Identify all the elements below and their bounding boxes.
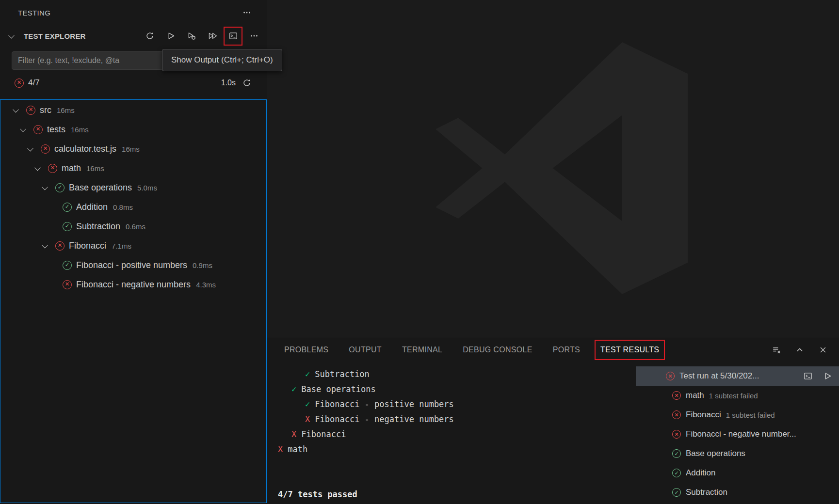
test-name: Fibonacci - positive numbers	[76, 260, 187, 270]
test-tree: src 16ms tests 16ms calculator.test.js 1…	[0, 99, 267, 503]
test-pass-icon	[672, 488, 681, 497]
run-tests-icon[interactable]	[166, 32, 175, 41]
chevron-down-icon[interactable]	[18, 125, 27, 134]
test-duration: 16ms	[86, 164, 104, 173]
test-pass-icon	[672, 469, 681, 477]
tree-item-base-operations[interactable]: Base operations 5.0ms	[0, 178, 266, 197]
result-label: Test run at 5/30/202...	[679, 371, 759, 381]
test-duration: 0.8ms	[113, 203, 133, 211]
test-name: math	[62, 163, 81, 173]
show-output-tooltip: Show Output (Ctrl+; Ctrl+O)	[162, 49, 282, 71]
twisty-placeholder	[48, 222, 56, 231]
tree-item-fibonacci-positive[interactable]: Fibonacci - positive numbers 0.9ms	[0, 255, 266, 275]
test-explorer-section-header[interactable]: TEST EXPLORER	[0, 25, 267, 47]
test-duration: 16ms	[71, 126, 89, 134]
more-actions-icon[interactable]	[242, 7, 252, 18]
result-label: Subtraction	[686, 488, 727, 497]
result-detail: 1 subtest failed	[709, 392, 758, 400]
rerun-icon[interactable]	[242, 78, 252, 88]
tree-item-addition[interactable]: Addition 0.8ms	[0, 197, 266, 217]
fail-mark: X	[291, 427, 296, 442]
result-row-math[interactable]: math 1 subtest failed	[636, 386, 839, 405]
twisty-placeholder	[48, 280, 56, 289]
result-row-fibonacci[interactable]: Fibonacci 1 subtest failed	[636, 405, 839, 425]
tree-item-fibonacci[interactable]: Fibonacci 7.1ms	[0, 236, 266, 255]
test-name: Fibonacci - negative numbers	[76, 280, 191, 290]
tree-item-fibonacci-negative[interactable]: Fibonacci - negative numbers 4.3ms	[0, 275, 266, 294]
chevron-down-icon[interactable]	[11, 106, 20, 114]
tree-item-subtraction[interactable]: Subtraction 0.6ms	[0, 217, 266, 236]
result-row-fibonacci-negative[interactable]: Fibonacci - negative number...	[636, 425, 839, 444]
test-duration: 4.3ms	[196, 281, 216, 289]
twisty-placeholder	[48, 261, 56, 269]
result-row-addition[interactable]: Addition	[636, 463, 839, 483]
output-text: Fibonacci - positive numbers	[315, 399, 454, 409]
result-row-subtraction[interactable]: Subtraction	[636, 483, 839, 502]
test-duration: 0.6ms	[126, 222, 145, 231]
output-text: Fibonacci - negative numbers	[315, 414, 454, 424]
output-line: XFibonacci - negative numbers	[267, 412, 636, 427]
test-duration: 5.0ms	[137, 184, 157, 192]
chevron-down-icon[interactable]	[26, 144, 34, 153]
tab-problems[interactable]: PROBLEMS	[284, 346, 328, 354]
result-row-test-run[interactable]: Test run at 5/30/202...	[636, 366, 839, 386]
tab-output[interactable]: OUTPUT	[349, 346, 382, 354]
test-explorer-more-icon[interactable]	[249, 32, 258, 41]
test-fail-icon	[33, 125, 43, 134]
chevron-down-icon[interactable]	[7, 32, 16, 40]
result-row-base-operations[interactable]: Base operations	[636, 444, 839, 463]
testing-sidebar: TESTING TEST EXPLORER	[0, 0, 267, 504]
test-duration: 16ms	[57, 106, 75, 114]
result-label: math	[686, 391, 704, 400]
tree-item-src[interactable]: src 16ms	[0, 100, 266, 120]
test-duration: 16ms	[122, 145, 140, 153]
tests-failed-count: 4/7	[28, 78, 40, 88]
result-row-actions	[803, 371, 832, 381]
tab-terminal[interactable]: TERMINAL	[402, 346, 442, 354]
tree-item-math[interactable]: math 16ms	[0, 158, 266, 178]
tree-item-calculator-test-js[interactable]: calculator.test.js 16ms	[0, 139, 266, 158]
test-pass-icon	[63, 203, 72, 212]
chevron-down-icon[interactable]	[40, 183, 49, 192]
test-fail-icon	[55, 241, 65, 251]
close-panel-icon[interactable]	[818, 345, 828, 355]
test-name: Subtraction	[76, 221, 120, 232]
tree-item-tests[interactable]: tests 16ms	[0, 120, 266, 139]
result-label: Fibonacci - negative number...	[686, 429, 796, 439]
fail-mark: X	[305, 412, 310, 427]
status-right: 1.0s	[221, 78, 252, 88]
panel-body: ✓Subtraction ✓Base operations ✓Fibonacci…	[267, 362, 839, 504]
rerun-test-run-icon[interactable]	[823, 371, 832, 381]
pass-mark: ✓	[305, 367, 310, 382]
sidebar-title: TESTING	[18, 9, 50, 17]
debug-tests-icon[interactable]	[187, 32, 196, 41]
show-run-output-icon[interactable]	[803, 371, 813, 381]
output-text: Base operations	[301, 384, 376, 394]
tab-test-results[interactable]: TEST RESULTS	[600, 346, 659, 354]
tab-ports[interactable]: PORTS	[553, 346, 580, 354]
chevron-down-icon[interactable]	[40, 241, 49, 250]
twisty-placeholder	[48, 203, 56, 211]
chevron-down-icon[interactable]	[33, 164, 42, 173]
show-output-icon[interactable]	[228, 32, 238, 41]
output-spacer	[267, 457, 636, 487]
refresh-tests-icon[interactable]	[145, 32, 154, 41]
panel-tabs: PROBLEMS OUTPUT TERMINAL DEBUG CONSOLE P…	[284, 346, 659, 354]
test-status-row: 4/7 1.0s	[0, 73, 267, 93]
result-label: Fibonacci	[686, 410, 721, 420]
test-fail-icon	[63, 280, 72, 289]
test-duration: 7.1ms	[112, 242, 131, 250]
clear-output-icon[interactable]	[771, 345, 782, 355]
output-line: ✓Base operations	[267, 382, 636, 397]
run-tests-with-coverage-icon[interactable]	[208, 32, 217, 41]
tab-debug-console[interactable]: DEBUG CONSOLE	[463, 346, 532, 354]
run-duration: 1.0s	[221, 79, 236, 87]
pass-mark: ✓	[305, 397, 310, 412]
test-fail-icon	[48, 164, 57, 173]
maximize-panel-icon[interactable]	[794, 345, 805, 355]
test-output-console[interactable]: ✓Subtraction ✓Base operations ✓Fibonacci…	[267, 362, 636, 504]
test-name: tests	[47, 125, 65, 135]
output-line: XFibonacci	[267, 427, 636, 442]
output-text: Fibonacci	[301, 429, 346, 439]
test-fail-icon	[672, 410, 681, 419]
